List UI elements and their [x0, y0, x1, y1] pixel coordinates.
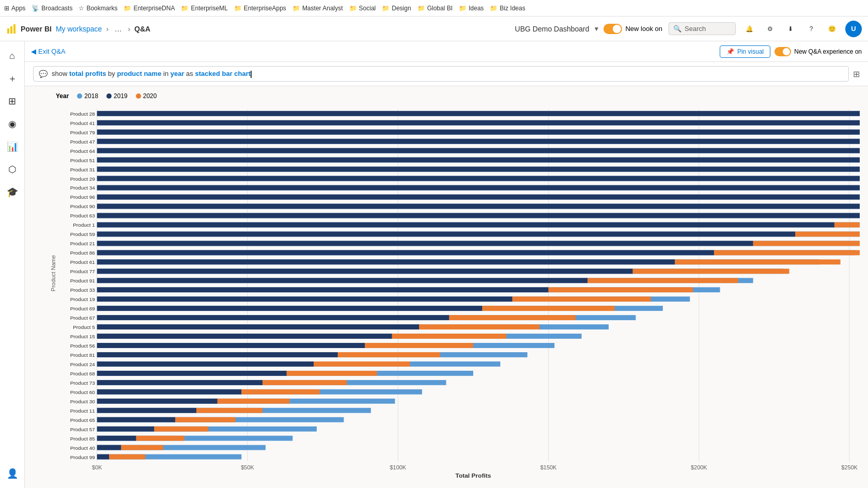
- svg-rect-46: [97, 176, 860, 181]
- svg-rect-151: [175, 417, 236, 422]
- expand-icon[interactable]: ⊞: [853, 69, 860, 79]
- sidebar-metrics[interactable]: 📊: [2, 136, 23, 157]
- pin-visual-button[interactable]: 📌 Pin visual: [720, 45, 770, 58]
- legend-2018[interactable]: 2018: [77, 92, 98, 100]
- svg-rect-106: [97, 315, 450, 320]
- svg-text:Product 69: Product 69: [70, 306, 96, 311]
- bookmarks-bookmarks[interactable]: ☆ Bookmarks: [79, 5, 117, 12]
- sidebar-browse[interactable]: ⊞: [2, 91, 23, 112]
- svg-rect-114: [97, 334, 392, 339]
- svg-text:Product 59: Product 59: [70, 231, 96, 237]
- settings-button[interactable]: ⚙: [763, 22, 777, 36]
- sidebar-learn[interactable]: 🎓: [2, 182, 23, 202]
- svg-rect-62: [97, 213, 860, 218]
- ellipsis-btn[interactable]: ...: [113, 24, 123, 34]
- breadcrumb-sep2: ›: [128, 25, 130, 33]
- svg-rect-54: [97, 195, 860, 200]
- sidebar-data-hub[interactable]: ◉: [2, 114, 23, 134]
- search-placeholder: Search: [685, 25, 706, 33]
- download-icon: ⬇: [788, 25, 793, 33]
- power-bi-logo[interactable]: Power BI: [6, 23, 52, 35]
- new-qa-toggle[interactable]: [774, 47, 791, 56]
- svg-rect-98: [97, 296, 513, 302]
- folder-icon: 📁: [382, 5, 390, 12]
- gear-icon: ⚙: [767, 25, 773, 33]
- left-sidebar: ⌂ ＋ ⊞ ◉ 📊 ⬡ 🎓 👤: [0, 41, 25, 488]
- help-button[interactable]: ?: [804, 22, 818, 36]
- svg-text:Product 19: Product 19: [70, 296, 96, 302]
- svg-rect-123: [338, 352, 440, 357]
- legend-2020[interactable]: 2020: [136, 92, 157, 100]
- bookmarks-master-analyst[interactable]: 📁 Master Analyst: [292, 5, 343, 12]
- svg-rect-79: [714, 250, 860, 255]
- svg-rect-158: [97, 436, 136, 441]
- avatar[interactable]: U: [845, 21, 862, 37]
- bookmarks-broadcasts[interactable]: 📡 Broadcasts: [32, 5, 72, 12]
- notifications-button[interactable]: 🔔: [742, 22, 756, 36]
- bookmarks-design[interactable]: 📁 Design: [382, 5, 411, 12]
- svg-text:Product 91: Product 91: [70, 278, 96, 284]
- legend-2019[interactable]: 2019: [106, 92, 128, 100]
- svg-rect-167: [109, 454, 145, 460]
- search-icon: 🔍: [673, 25, 681, 33]
- svg-text:Product 85: Product 85: [70, 436, 96, 442]
- folder-icon: 📁: [417, 5, 425, 12]
- folder-icon: 📁: [123, 5, 131, 12]
- exit-qa-button[interactable]: ◀ Exit Q&A: [31, 48, 66, 55]
- workspace-link[interactable]: My workspace: [56, 25, 102, 33]
- bookmarks-biz-ideas[interactable]: 📁 Biz Ideas: [490, 5, 525, 12]
- folder-icon: 📁: [490, 5, 498, 12]
- svg-text:Product 99: Product 99: [70, 454, 96, 460]
- svg-text:Product 73: Product 73: [70, 380, 96, 386]
- svg-rect-130: [97, 371, 287, 376]
- svg-text:Product 64: Product 64: [70, 148, 96, 154]
- download-button[interactable]: ⬇: [783, 22, 798, 36]
- sidebar-home[interactable]: ⌂: [2, 45, 23, 66]
- bell-icon: 🔔: [746, 25, 753, 33]
- dashboard-title[interactable]: UBG Demo Dashboard: [515, 25, 590, 33]
- bookmarks-ideas[interactable]: 📁 Ideas: [459, 5, 484, 12]
- svg-rect-147: [196, 408, 262, 413]
- svg-rect-86: [97, 269, 633, 274]
- chevron-down-icon[interactable]: ▼: [594, 25, 600, 33]
- svg-text:Product 30: Product 30: [70, 399, 96, 404]
- bookmarks-enterprisedna[interactable]: 📁 EnterpriseDNA: [123, 5, 175, 12]
- sidebar-profile[interactable]: 👤: [2, 463, 23, 484]
- bookmarks-apps[interactable]: ⊞ Apps: [4, 5, 25, 12]
- bookmarks-global-bi[interactable]: 📁 Global BI: [417, 5, 453, 12]
- svg-rect-94: [97, 287, 549, 292]
- broadcast-icon: 📡: [32, 5, 39, 12]
- svg-text:Product 1: Product 1: [73, 222, 95, 228]
- svg-rect-155: [154, 427, 208, 432]
- feedback-button[interactable]: 🙂: [825, 22, 839, 36]
- svg-rect-138: [97, 389, 242, 395]
- help-icon: ?: [810, 25, 813, 33]
- folder-icon: 📁: [234, 5, 242, 12]
- query-input[interactable]: 💬 show total profits by product name in …: [33, 66, 849, 82]
- svg-text:Product 47: Product 47: [70, 139, 95, 145]
- svg-rect-150: [97, 417, 175, 422]
- svg-rect-99: [513, 296, 651, 302]
- svg-text:Product 86: Product 86: [70, 250, 96, 256]
- svg-text:Product 28: Product 28: [70, 111, 96, 117]
- svg-rect-78: [97, 250, 714, 255]
- new-look-toggle[interactable]: [603, 24, 622, 34]
- svg-text:$200K: $200K: [691, 464, 707, 470]
- svg-rect-0: [7, 28, 9, 34]
- svg-text:Product 15: Product 15: [70, 334, 96, 339]
- header-right: New look on 🔍 Search 🔔 ⚙ ⬇ ? 🙂 U: [603, 21, 862, 37]
- folder-icon: 📁: [292, 5, 300, 12]
- svg-rect-90: [97, 278, 587, 283]
- legend-year-label: Year: [56, 92, 69, 100]
- qa-toolbar: ◀ Exit Q&A 📌 Pin visual New Q&A experien…: [25, 41, 868, 62]
- bookmarks-social[interactable]: 📁 Social: [349, 5, 376, 12]
- svg-rect-119: [365, 343, 473, 348]
- sidebar-apps[interactable]: ⬡: [2, 159, 23, 180]
- svg-text:Product 5: Product 5: [73, 324, 95, 330]
- svg-text:Product 34: Product 34: [70, 185, 96, 191]
- folder-icon: 📁: [459, 5, 467, 12]
- sidebar-create[interactable]: ＋: [2, 68, 23, 89]
- search-box[interactable]: 🔍 Search: [669, 22, 736, 35]
- bookmarks-enterpriseml[interactable]: 📁 EnterpriseML: [181, 5, 227, 12]
- bookmarks-enterpriseapps[interactable]: 📁 EnterpriseApps: [234, 5, 286, 12]
